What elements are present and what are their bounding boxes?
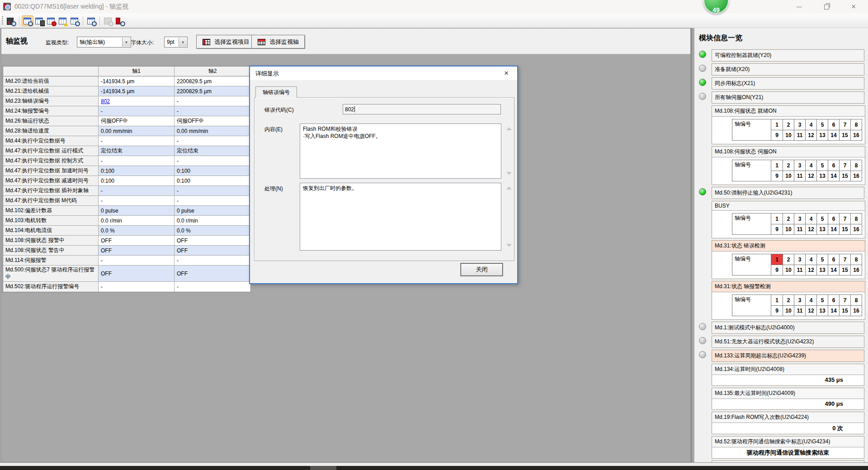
scroll-down-icon[interactable]: [506, 172, 512, 175]
taskbar: [0, 466, 868, 470]
panel-splitter[interactable]: [691, 28, 692, 462]
axis-number-grid: 轴编号12345678910111213141516: [732, 213, 862, 235]
scroll-down-icon[interactable]: [506, 244, 512, 247]
axis2-value-cell[interactable]: -: [175, 96, 250, 106]
axis-cell: 4: [805, 214, 816, 224]
axis1-value-cell[interactable]: 0.0 %: [99, 226, 175, 236]
axis2-value-cell[interactable]: 2200829.5 μm: [175, 86, 250, 96]
scroll-up-icon[interactable]: [506, 127, 512, 130]
axis2-value-cell[interactable]: 0:100: [175, 166, 250, 176]
axis-monitor-icon[interactable]: [22, 16, 33, 26]
error-code-link[interactable]: 802: [101, 98, 110, 104]
dialog-close-icon[interactable]: ×: [497, 66, 515, 80]
value-header: Md.135:最大运算时间(U2\G4009): [712, 388, 864, 399]
monitor-item-copy-icon[interactable]: [69, 16, 80, 26]
axis-cell: 15: [839, 171, 850, 181]
axis1-value-cell[interactable]: OFF: [99, 236, 175, 246]
module-error-detail-icon[interactable]: [114, 16, 125, 26]
font-size-dropdown[interactable]: 9pt ▼: [164, 37, 188, 47]
select-monitor-items-button[interactable]: 选择监视项目: [196, 35, 256, 49]
module-info-item: Md.108:伺服状态 伺服ON轴编号123456789101112131415…: [698, 146, 864, 185]
axis1-value-cell[interactable]: -: [99, 196, 175, 206]
axis2-value-cell[interactable]: -: [175, 186, 250, 196]
table-row: Md.20:进给当前值-141934.5 μm2200829.5 μm: [3, 76, 250, 86]
axis1-value-cell[interactable]: 伺服OFF中: [99, 116, 175, 126]
axis1-value-cell[interactable]: -: [99, 282, 175, 292]
axis1-value-cell[interactable]: -: [99, 256, 175, 266]
chevron-down-icon[interactable]: ▼: [122, 38, 130, 47]
axis1-value-cell[interactable]: -: [99, 186, 175, 196]
axis-cell: 2: [783, 214, 794, 224]
grid-header: Md.108:伺服状态 伺服ON: [712, 147, 865, 157]
gray-led-icon: [699, 93, 706, 100]
axis2-value-cell[interactable]: -: [175, 282, 250, 292]
axis2-value-cell[interactable]: 2200829.5 μm: [175, 76, 250, 86]
module-pair-icon[interactable]: [103, 16, 113, 26]
axis1-value-cell[interactable]: -: [99, 106, 175, 116]
axis2-value-cell[interactable]: OFF: [175, 236, 250, 246]
error-code-field[interactable]: 802: [343, 104, 501, 114]
warning-monitor-icon[interactable]: [57, 16, 68, 26]
tab-axis-error-number[interactable]: 轴错误编号: [255, 86, 297, 98]
axis2-value-cell[interactable]: -: [175, 106, 250, 116]
module-info-panel: 模块信息一览 可编程控制器就绪(Y20)准备就绪(X20)同步用标志(X21)所…: [694, 28, 868, 462]
axis-cell: 12: [805, 305, 816, 316]
content-textarea[interactable]: Flash ROM和校验错误 ·写入Flash ROM途中电源OFF。: [300, 123, 501, 179]
gray-led-icon: [699, 323, 706, 330]
axis2-value-cell[interactable]: 0 pulse: [175, 206, 250, 216]
select-monitor-axes-button[interactable]: 选择监视轴: [251, 35, 305, 49]
axis-cell: 15: [839, 130, 850, 140]
axis1-value-cell[interactable]: OFF: [99, 266, 175, 282]
axis2-value-cell[interactable]: 定位结束: [175, 146, 250, 156]
axis2-value-cell[interactable]: 0.00 mm/min: [175, 126, 250, 136]
axis1-value-cell[interactable]: 0.0 r/min: [99, 216, 175, 226]
axis1-value-cell[interactable]: 0.00 mm/min: [99, 126, 175, 136]
axis-number-row: 12345678: [771, 119, 862, 130]
axis2-value-cell[interactable]: -: [175, 136, 250, 146]
axis1-value-cell[interactable]: 0 pulse: [99, 206, 175, 216]
axis1-value-cell[interactable]: 0:100: [99, 166, 175, 176]
axis2-value-cell[interactable]: 0:100: [175, 176, 250, 186]
led-slot: [698, 436, 712, 437]
axis2-value-cell[interactable]: 0.0 r/min: [175, 216, 250, 226]
axis1-value-cell[interactable]: 定位结束: [99, 146, 175, 156]
action-textarea[interactable]: 恢复到出厂时的参数。: [300, 183, 501, 251]
chevron-down-icon[interactable]: ▼: [179, 38, 187, 47]
axis1-value-cell[interactable]: -: [99, 136, 175, 146]
axis2-value-cell[interactable]: OFF: [175, 246, 250, 256]
axis-status-grid: Md.31:状态 轴报警检测轴编号12345678910111213141516: [712, 281, 865, 320]
row-label-cell: Md.20:进给当前值: [3, 76, 99, 86]
scroll-up-icon[interactable]: [506, 186, 512, 190]
axis1-value-cell[interactable]: -141934.5 μm: [99, 86, 175, 96]
axis1-value-cell[interactable]: -: [99, 156, 175, 166]
module-info-title: 模块信息一览: [699, 33, 864, 43]
row-label-cell: Md.47:执行中定位数据 控制方式: [3, 156, 99, 166]
led-slot: [698, 146, 712, 147]
axis-cell: 6: [828, 295, 839, 305]
axis1-value-cell[interactable]: 0:100: [99, 176, 175, 186]
row-label-cell: Md.24:轴报警编号: [3, 106, 99, 116]
module-detail-icon[interactable]: [86, 16, 97, 26]
error-monitor-icon[interactable]: [46, 16, 57, 26]
grid-body: 轴编号12345678910111213141516: [712, 211, 865, 238]
close-button[interactable]: 关闭: [461, 263, 503, 276]
axis2-value-cell[interactable]: OFF: [175, 266, 250, 282]
monitor-type-dropdown[interactable]: 轴(输出轴) ▼: [77, 37, 131, 47]
grid-header: BUSY: [712, 201, 865, 211]
axis2-value-cell[interactable]: 伺服OFF中: [175, 116, 250, 126]
axis2-value-cell[interactable]: 0.0 %: [175, 226, 250, 236]
select-axes-grid-icon: [258, 39, 265, 45]
axis1-value-cell[interactable]: -141934.5 μm: [99, 76, 175, 86]
axis2-value-cell[interactable]: -: [175, 256, 250, 266]
axis1-value-cell[interactable]: OFF: [99, 246, 175, 256]
axis2-value-cell[interactable]: -: [175, 156, 250, 166]
monitor-status-icon[interactable]: [5, 16, 16, 26]
taskbar-button[interactable]: [310, 466, 336, 470]
module-monitor-icon[interactable]: [34, 16, 45, 26]
axis1-value-cell[interactable]: 802: [99, 96, 175, 106]
restore-button[interactable]: [816, 0, 837, 14]
axis2-value-cell[interactable]: -: [175, 196, 250, 206]
led-slot: [698, 49, 712, 58]
close-window-button[interactable]: ×: [843, 0, 864, 14]
minimize-button[interactable]: [789, 0, 810, 14]
